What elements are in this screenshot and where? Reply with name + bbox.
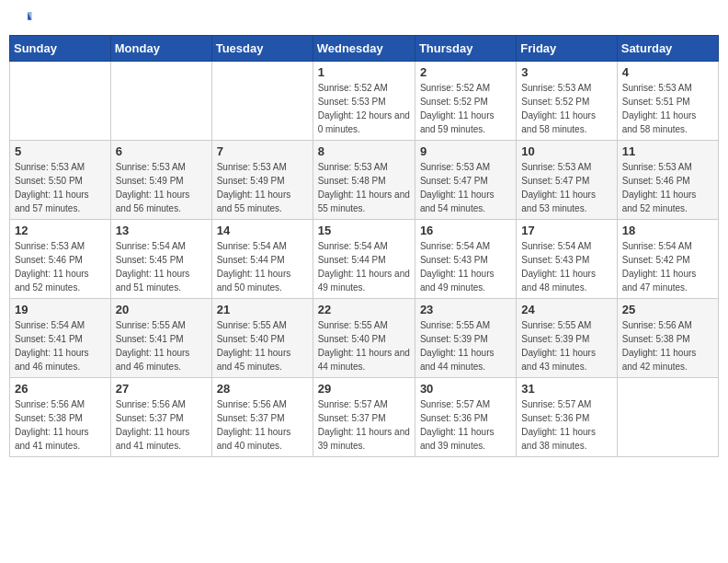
calendar-cell: 21Sunrise: 5:55 AMSunset: 5:40 PMDayligh… [211, 299, 313, 378]
calendar-cell: 20Sunrise: 5:55 AMSunset: 5:41 PMDayligh… [110, 299, 211, 378]
weekday-header-thursday: Thursday [415, 36, 516, 62]
calendar-cell [110, 62, 211, 141]
day-info: Sunrise: 5:54 AMSunset: 5:43 PMDaylight:… [521, 239, 611, 294]
day-number: 1 [318, 65, 410, 79]
calendar-cell: 1Sunrise: 5:52 AMSunset: 5:53 PMDaylight… [313, 62, 415, 141]
day-info: Sunrise: 5:53 AMSunset: 5:46 PMDaylight:… [622, 160, 713, 215]
week-row-1: 1Sunrise: 5:52 AMSunset: 5:53 PMDaylight… [10, 62, 719, 141]
day-number: 25 [622, 303, 713, 316]
day-info: Sunrise: 5:53 AMSunset: 5:46 PMDaylight:… [15, 239, 106, 294]
day-number: 26 [15, 382, 106, 396]
day-number: 17 [521, 224, 611, 237]
day-number: 8 [318, 144, 410, 158]
day-info: Sunrise: 5:53 AMSunset: 5:49 PMDaylight:… [217, 160, 308, 215]
calendar-cell [10, 62, 111, 141]
calendar-cell: 25Sunrise: 5:56 AMSunset: 5:38 PMDayligh… [617, 299, 718, 378]
day-number: 18 [622, 224, 713, 237]
day-info: Sunrise: 5:56 AMSunset: 5:38 PMDaylight:… [622, 318, 713, 373]
day-info: Sunrise: 5:54 AMSunset: 5:44 PMDaylight:… [318, 239, 410, 294]
week-row-5: 26Sunrise: 5:56 AMSunset: 5:38 PMDayligh… [10, 378, 719, 457]
page-header [9, 9, 719, 29]
calendar-cell: 11Sunrise: 5:53 AMSunset: 5:46 PMDayligh… [617, 141, 718, 220]
day-number: 13 [116, 224, 207, 237]
day-info: Sunrise: 5:53 AMSunset: 5:48 PMDaylight:… [318, 160, 410, 215]
day-number: 21 [217, 303, 308, 316]
calendar-cell: 23Sunrise: 5:55 AMSunset: 5:39 PMDayligh… [415, 299, 516, 378]
week-row-3: 12Sunrise: 5:53 AMSunset: 5:46 PMDayligh… [10, 220, 719, 299]
calendar-cell: 7Sunrise: 5:53 AMSunset: 5:49 PMDaylight… [211, 141, 313, 220]
day-info: Sunrise: 5:57 AMSunset: 5:36 PMDaylight:… [521, 397, 611, 453]
calendar-cell: 29Sunrise: 5:57 AMSunset: 5:37 PMDayligh… [313, 378, 415, 457]
week-row-2: 5Sunrise: 5:53 AMSunset: 5:50 PMDaylight… [10, 141, 719, 220]
day-number: 24 [521, 303, 611, 316]
day-number: 19 [15, 303, 106, 316]
day-info: Sunrise: 5:53 AMSunset: 5:52 PMDaylight:… [521, 81, 611, 136]
day-number: 6 [116, 144, 207, 158]
weekday-header-row: SundayMondayTuesdayWednesdayThursdayFrid… [10, 36, 719, 62]
calendar-cell: 3Sunrise: 5:53 AMSunset: 5:52 PMDaylight… [517, 62, 617, 141]
day-info: Sunrise: 5:55 AMSunset: 5:40 PMDaylight:… [217, 318, 308, 373]
day-info: Sunrise: 5:53 AMSunset: 5:47 PMDaylight:… [420, 160, 511, 215]
day-number: 7 [217, 144, 308, 158]
day-number: 29 [318, 382, 410, 396]
calendar-cell: 30Sunrise: 5:57 AMSunset: 5:36 PMDayligh… [415, 378, 516, 457]
day-info: Sunrise: 5:53 AMSunset: 5:49 PMDaylight:… [116, 160, 207, 215]
day-info: Sunrise: 5:52 AMSunset: 5:52 PMDaylight:… [420, 81, 511, 136]
day-number: 28 [217, 382, 308, 396]
calendar-cell: 16Sunrise: 5:54 AMSunset: 5:43 PMDayligh… [415, 220, 516, 299]
calendar-cell [211, 62, 313, 141]
day-info: Sunrise: 5:57 AMSunset: 5:37 PMDaylight:… [318, 397, 410, 453]
day-number: 27 [116, 382, 207, 396]
calendar-cell: 6Sunrise: 5:53 AMSunset: 5:49 PMDaylight… [110, 141, 211, 220]
calendar-cell: 24Sunrise: 5:55 AMSunset: 5:39 PMDayligh… [517, 299, 617, 378]
weekday-header-wednesday: Wednesday [313, 36, 415, 62]
calendar-cell: 31Sunrise: 5:57 AMSunset: 5:36 PMDayligh… [517, 378, 617, 457]
day-info: Sunrise: 5:55 AMSunset: 5:39 PMDaylight:… [420, 318, 511, 373]
calendar-cell: 2Sunrise: 5:52 AMSunset: 5:52 PMDaylight… [415, 62, 516, 141]
day-number: 15 [318, 224, 410, 237]
calendar-cell: 28Sunrise: 5:56 AMSunset: 5:37 PMDayligh… [211, 378, 313, 457]
day-number: 23 [420, 303, 511, 316]
day-number: 14 [217, 224, 308, 237]
day-info: Sunrise: 5:55 AMSunset: 5:40 PMDaylight:… [318, 318, 410, 373]
day-number: 11 [622, 144, 713, 158]
day-info: Sunrise: 5:53 AMSunset: 5:47 PMDaylight:… [521, 160, 611, 215]
logo-icon [13, 9, 33, 29]
calendar-cell: 22Sunrise: 5:55 AMSunset: 5:40 PMDayligh… [313, 299, 415, 378]
weekday-header-saturday: Saturday [617, 36, 718, 62]
calendar-cell: 15Sunrise: 5:54 AMSunset: 5:44 PMDayligh… [313, 220, 415, 299]
day-number: 31 [521, 382, 611, 396]
calendar-cell: 14Sunrise: 5:54 AMSunset: 5:44 PMDayligh… [211, 220, 313, 299]
day-info: Sunrise: 5:54 AMSunset: 5:43 PMDaylight:… [420, 239, 511, 294]
day-info: Sunrise: 5:57 AMSunset: 5:36 PMDaylight:… [420, 397, 511, 453]
calendar-cell [617, 378, 718, 457]
calendar-cell: 19Sunrise: 5:54 AMSunset: 5:41 PMDayligh… [10, 299, 111, 378]
day-info: Sunrise: 5:56 AMSunset: 5:38 PMDaylight:… [15, 397, 106, 453]
logo [13, 9, 37, 29]
calendar-cell: 27Sunrise: 5:56 AMSunset: 5:37 PMDayligh… [110, 378, 211, 457]
day-number: 2 [420, 65, 511, 79]
weekday-header-tuesday: Tuesday [211, 36, 313, 62]
day-info: Sunrise: 5:53 AMSunset: 5:50 PMDaylight:… [15, 160, 106, 215]
day-info: Sunrise: 5:55 AMSunset: 5:39 PMDaylight:… [521, 318, 611, 373]
week-row-4: 19Sunrise: 5:54 AMSunset: 5:41 PMDayligh… [10, 299, 719, 378]
day-number: 22 [318, 303, 410, 316]
day-number: 10 [521, 144, 611, 158]
day-info: Sunrise: 5:54 AMSunset: 5:41 PMDaylight:… [15, 318, 106, 373]
day-number: 4 [622, 65, 713, 79]
day-info: Sunrise: 5:56 AMSunset: 5:37 PMDaylight:… [217, 397, 308, 453]
calendar-table: SundayMondayTuesdayWednesdayThursdayFrid… [9, 35, 719, 457]
calendar-cell: 17Sunrise: 5:54 AMSunset: 5:43 PMDayligh… [517, 220, 617, 299]
day-number: 5 [15, 144, 106, 158]
day-number: 3 [521, 65, 611, 79]
calendar-cell: 12Sunrise: 5:53 AMSunset: 5:46 PMDayligh… [10, 220, 111, 299]
day-number: 9 [420, 144, 511, 158]
calendar-cell: 10Sunrise: 5:53 AMSunset: 5:47 PMDayligh… [517, 141, 617, 220]
day-number: 30 [420, 382, 511, 396]
day-info: Sunrise: 5:52 AMSunset: 5:53 PMDaylight:… [318, 81, 410, 136]
calendar-cell: 5Sunrise: 5:53 AMSunset: 5:50 PMDaylight… [10, 141, 111, 220]
day-info: Sunrise: 5:54 AMSunset: 5:45 PMDaylight:… [116, 239, 207, 294]
weekday-header-friday: Friday [517, 36, 617, 62]
day-info: Sunrise: 5:54 AMSunset: 5:44 PMDaylight:… [217, 239, 308, 294]
day-info: Sunrise: 5:54 AMSunset: 5:42 PMDaylight:… [622, 239, 713, 294]
